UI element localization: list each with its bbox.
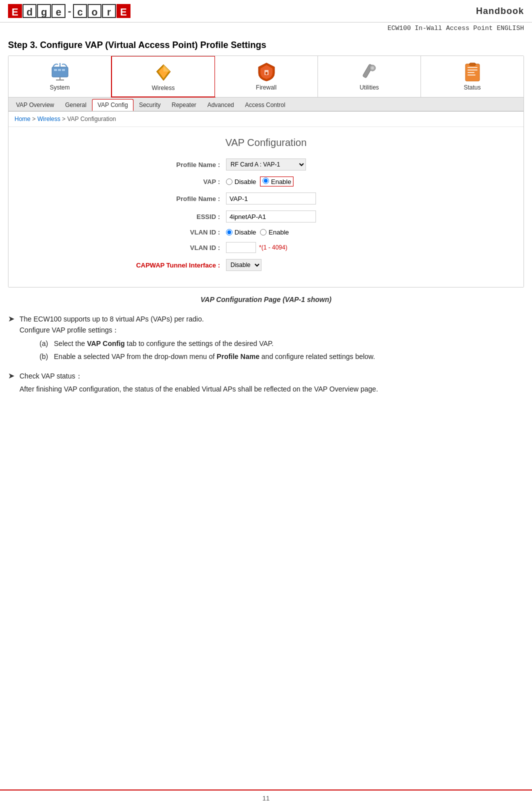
tab-repeater[interactable]: Repeater [166,99,202,111]
vlan-hint: *(1 - 4094) [259,244,288,251]
capwap-label: CAPWAP Tunnel Interface : [126,262,226,269]
vap-disable-radio[interactable] [226,178,232,185]
breadcrumb: Home > Wireless > VAP Configuration [8,112,524,127]
bullet-sub-text-2: After finishing VAP configuration, the s… [20,384,524,394]
breadcrumb-home[interactable]: Home [14,116,30,122]
tab-security[interactable]: Security [134,99,166,111]
essid-label: ESSID : [126,213,226,220]
profile-name-field-control [226,192,316,204]
caption: VAP Configuration Page (VAP-1 shown) [0,296,532,304]
status-label: Status [464,84,480,91]
vap-enable-radio[interactable] [262,178,269,184]
svg-rect-19 [470,63,476,66]
vlan-enable-label[interactable]: Enable [260,228,288,236]
page-title: Step 3. Configure VAP (Virtual Access Po… [0,34,532,56]
wireless-label: Wireless [152,84,174,92]
essid-control [226,210,316,222]
header: E d g e - c o r E Handbook [0,0,532,22]
vap-radio: Disable Enable [226,176,294,186]
svg-rect-16 [468,70,478,70]
tab-advanced[interactable]: Advanced [202,99,240,111]
breadcrumb-wireless[interactable]: Wireless [38,116,60,122]
bullet-text-1: The ECW100 supports up to 8 virtual APs … [20,314,524,324]
vap-disable-label[interactable]: Disable [226,178,256,186]
system-label: System [50,84,70,91]
logo-dash: - [66,4,73,18]
system-icon [48,62,72,82]
vlan-id-control: *(1 - 4094) [226,242,288,253]
sub-list-1: (a) Select the VAP Config tab to configu… [40,338,524,362]
vap-radio-group: Disable Enable [226,176,294,186]
tab-access-control[interactable]: Access Control [240,99,291,111]
nav-wireless[interactable]: Wireless [111,56,216,98]
profile-name-field-row: Profile Name : [126,192,406,204]
logo-letter-o: o [88,4,102,18]
vap-label: VAP : [126,178,226,186]
nav-utilities[interactable]: Utilities [318,56,421,97]
svg-rect-0 [52,67,68,77]
utilities-label: Utilities [360,84,379,91]
breadcrumb-sep2: > [62,116,67,122]
tab-vap-config[interactable]: VAP Config [92,99,134,111]
bullet-arrow-1: ➤ [8,314,14,324]
logo-letter-E1: E [8,4,22,18]
sub-item-a-prefix: (a) Select the [40,340,87,348]
logo-letter-e: e [52,4,66,18]
vap-config-title: VAP Configuration [28,137,504,148]
bullet-item-2: ➤ Check VAP status： After finishing VAP … [8,370,524,395]
breadcrumb-sep1: > [32,116,37,122]
vlan-toggle-row: VLAN ID : Disable Enable [126,228,406,236]
sub-item-b-prefix: (b) Enable a selected VAP from the drop-… [40,352,216,360]
profile-name-field-label: Profile Name : [126,195,226,202]
vap-row: VAP : Disable Enable [126,176,406,186]
vlan-enable-radio[interactable] [260,229,266,236]
status-icon [460,62,484,82]
vlan-id-input[interactable] [226,242,256,253]
profile-name-select[interactable]: RF Card A : VAP-1 [226,158,306,170]
logo-letter-r: r [102,4,116,18]
capwap-control: Disable [226,259,262,271]
vlan-disable-radio[interactable] [226,229,232,236]
profile-name-row: Profile Name : RF Card A : VAP-1 [126,158,406,170]
svg-rect-1 [54,69,57,71]
vlan-radio-group: Disable Enable [226,228,289,236]
firewall-icon [254,62,278,82]
profile-name-label: Profile Name : [126,161,226,168]
vlan-enable-text: Enable [268,228,288,236]
vap-form: Profile Name : RF Card A : VAP-1 VAP : D… [126,158,406,271]
svg-rect-2 [58,69,61,71]
svg-rect-10 [266,72,268,74]
svg-rect-15 [468,67,478,68]
vlan-disable-label[interactable]: Disable [226,228,256,236]
logo-letter-c: c [73,4,87,18]
logo-letter-g: g [37,4,51,18]
capwap-select[interactable]: Disable [226,259,262,271]
breadcrumb-current: VAP Configuration [67,116,116,122]
footer: 11 [0,790,532,806]
body-text: ➤ The ECW100 supports up to 8 virtual AP… [0,314,532,394]
bullet-content-2: Check VAP status： After finishing VAP co… [20,370,524,395]
vap-enable-label[interactable]: Enable [260,176,294,186]
essid-input[interactable] [226,210,316,222]
bullet-item-1: ➤ The ECW100 supports up to 8 virtual AP… [8,314,524,364]
nav-status[interactable]: Status [421,56,524,97]
svg-rect-3 [62,69,65,71]
svg-point-13 [371,66,374,70]
tab-general[interactable]: General [60,99,92,111]
bullet-content-1: The ECW100 supports up to 8 virtual APs … [20,314,524,364]
sub-item-a-suffix: tab to configure the settings of the des… [125,340,274,348]
utilities-icon [358,62,382,82]
nav-icons-bar: System Wireless Firewall [8,56,524,98]
tab-bar: VAP Overview General VAP Config Security… [8,98,524,112]
handbook-label: Handbook [476,6,524,16]
nav-firewall[interactable]: Firewall [215,56,318,97]
bullet-sub-label-1: Configure VAP profile settings： [20,324,524,336]
vap-enable-border: Enable [260,176,294,186]
nav-system[interactable]: System [8,56,112,97]
page-number: 11 [262,794,270,802]
tab-vap-overview[interactable]: VAP Overview [10,99,60,111]
wireless-icon [152,62,176,82]
sub-item-a-bold: VAP Config [87,340,125,348]
logo-letter-E2: E [116,4,130,18]
profile-name-input[interactable] [226,192,316,204]
